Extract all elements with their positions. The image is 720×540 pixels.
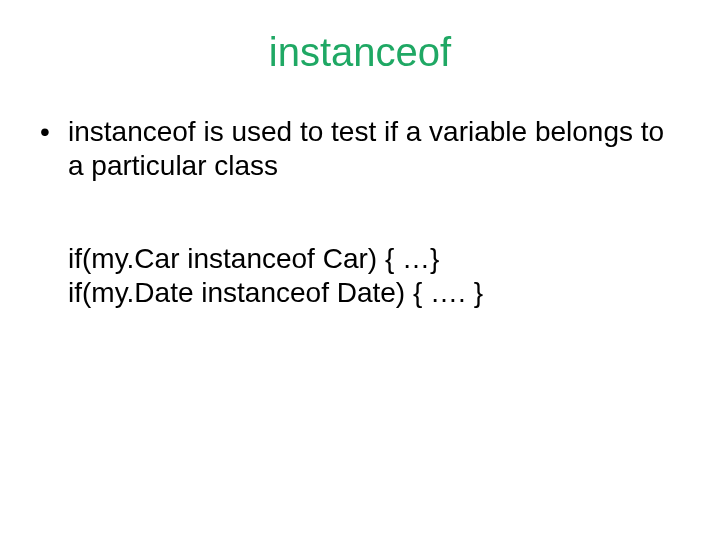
- slide: instanceof instanceof is used to test if…: [0, 0, 720, 540]
- page-title: instanceof: [40, 30, 680, 75]
- slide-body: instanceof is used to test if a variable…: [40, 115, 680, 309]
- code-line-1: if(my.Car instanceof Car) { …}: [68, 242, 680, 276]
- bullet-text: instanceof is used to test if a variable…: [68, 116, 664, 181]
- bullet-item: instanceof is used to test if a variable…: [40, 115, 680, 182]
- bullet-list: instanceof is used to test if a variable…: [40, 115, 680, 182]
- code-line-2: if(my.Date instanceof Date) { …. }: [68, 276, 680, 310]
- code-block: if(my.Car instanceof Car) { …} if(my.Dat…: [68, 242, 680, 309]
